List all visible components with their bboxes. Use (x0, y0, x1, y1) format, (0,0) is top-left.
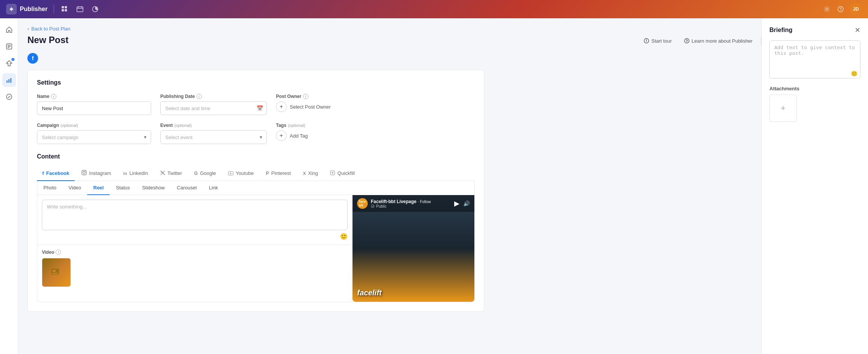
tab-carousel[interactable]: Carousel (171, 181, 203, 195)
platform-content-wrap: Photo Video Reel Status Slideshow (37, 181, 475, 302)
youtube-tab-icon (228, 170, 233, 176)
video-thumbnail[interactable] (42, 258, 71, 287)
svg-rect-2 (62, 9, 64, 11)
xing-tab-icon: X (303, 171, 306, 176)
campaign-select-wrapper: Select campaign ▼ (37, 130, 151, 144)
editor-textbox-footer: 🙂 (42, 233, 348, 240)
name-input[interactable] (37, 101, 151, 115)
xing-tab-label: Xing (308, 170, 318, 176)
photo-tab-label: Photo (43, 185, 56, 191)
video-thumb-inner (42, 258, 70, 287)
tags-add[interactable]: + Add Tag (276, 130, 475, 141)
sidebar-item-tasks[interactable] (2, 90, 16, 104)
calendar-picker-icon[interactable]: 📅 (257, 105, 263, 111)
facebook-network-icon[interactable]: f (27, 53, 38, 64)
editor-area: 🙂 Video i (37, 195, 353, 302)
svg-rect-4 (77, 7, 83, 12)
content-text-input[interactable] (42, 200, 348, 230)
tab-status[interactable]: Status (110, 181, 136, 195)
svg-rect-1 (65, 6, 67, 8)
content-section: Content f Facebook Instagram in LinkedIn (37, 153, 475, 302)
google-tab-icon: G (194, 171, 198, 176)
top-navigation: Publisher (0, 0, 868, 18)
slideshow-tab-label: Slideshow (142, 185, 164, 191)
app-logo[interactable]: Publisher (6, 4, 48, 14)
tab-photo[interactable]: Photo (37, 181, 62, 195)
settings-icon[interactable] (822, 5, 831, 14)
svg-rect-17 (8, 79, 10, 83)
emoji-picker-icon[interactable]: 🙂 (340, 233, 348, 240)
preview-play-icon[interactable]: ▶ (454, 199, 460, 208)
campaign-group: Campaign (optional) Select campaign ▼ (37, 123, 151, 144)
tab-linkedin[interactable]: in LinkedIn (118, 166, 153, 181)
user-avatar[interactable]: JD (850, 3, 862, 15)
sidebar-item-publish[interactable] (2, 56, 16, 70)
post-owner-add[interactable]: + Select Post Owner (276, 101, 475, 112)
sidebar-item-content[interactable] (2, 40, 16, 53)
tab-instagram[interactable]: Instagram (76, 166, 116, 181)
preview-header: facelift Facelift-bbt Livepage · Follow … (353, 195, 474, 212)
tab-reel[interactable]: Reel (87, 181, 110, 195)
learn-more-button[interactable]: Learn more about Publisher (680, 36, 756, 46)
start-tour-label: Start tour (651, 38, 672, 44)
left-sidebar (0, 18, 18, 354)
briefing-emoji-icon[interactable]: 🙂 (851, 70, 857, 77)
svg-point-30 (85, 171, 86, 172)
grid-icon[interactable] (60, 5, 69, 14)
tab-google[interactable]: G Google (189, 166, 221, 181)
tab-video[interactable]: Video (62, 181, 87, 195)
attachment-add-button[interactable]: + (769, 95, 797, 122)
tab-link[interactable]: Link (203, 181, 224, 195)
video-label: Video i (42, 250, 348, 255)
event-select[interactable]: Select event (160, 130, 267, 144)
tags-label: Tags (optional) (276, 123, 475, 128)
preview-volume-icon[interactable]: 🔊 (463, 200, 470, 207)
sidebar-item-home[interactable] (2, 23, 16, 37)
svg-text:?: ? (839, 7, 842, 11)
svg-point-9 (826, 8, 828, 10)
start-tour-button[interactable]: Start tour (640, 36, 675, 46)
preview-watermark: facelift (357, 288, 381, 297)
tab-facebook[interactable]: f Facebook (37, 166, 75, 181)
breadcrumb-label: Back to Post Plan (31, 26, 70, 32)
link-tab-label: Link (209, 185, 218, 191)
preview-channel: facelift Facelift-bbt Livepage · Follow … (357, 198, 431, 209)
event-label: Event (optional) (160, 123, 267, 128)
breadcrumb[interactable]: ‹ Back to Post Plan (27, 26, 859, 32)
post-owner-info-icon[interactable]: i (303, 94, 308, 99)
network-bar: f (27, 53, 859, 64)
publishing-date-wrapper: 📅 (160, 101, 267, 115)
page-header: New Post Start tour Learn more about Pub… (27, 35, 859, 47)
briefing-title: Briefing (769, 27, 792, 34)
tab-twitter[interactable]: Twitter (155, 166, 187, 181)
tab-youtube[interactable]: Youtube (223, 166, 259, 181)
breadcrumb-arrow: ‹ (27, 26, 29, 32)
linkedin-tab-icon: in (123, 171, 127, 176)
post-owner-add-btn[interactable]: + (276, 101, 287, 112)
tags-add-btn[interactable]: + (276, 130, 287, 141)
publishing-date-info-icon[interactable]: i (196, 94, 202, 99)
post-owner-group: Post Owner i + Select Post Owner (276, 94, 475, 112)
video-info-icon[interactable]: i (56, 250, 61, 255)
tab-pinterest[interactable]: P Pinterest (261, 166, 296, 181)
tab-xing[interactable]: X Xing (298, 166, 323, 181)
calendar-icon[interactable] (75, 5, 85, 14)
chart-icon[interactable] (91, 5, 100, 14)
post-owner-label: Post Owner i (276, 94, 475, 99)
name-info-icon[interactable]: i (51, 94, 56, 99)
sidebar-item-analytics[interactable] (2, 73, 16, 87)
briefing-close-button[interactable]: ✕ (855, 26, 860, 34)
editor-textbox: 🙂 (37, 195, 352, 245)
logo-icon (6, 4, 17, 14)
pinterest-tab-label: Pinterest (271, 170, 291, 176)
preview-controls: ▶ 🔊 (454, 199, 470, 208)
tab-quickfill[interactable]: Quickfill (325, 166, 360, 181)
briefing-text-input[interactable] (769, 40, 860, 78)
briefing-textarea-wrap: 🙂 (769, 40, 860, 80)
publishing-date-input[interactable] (160, 101, 267, 115)
tab-slideshow[interactable]: Slideshow (136, 181, 171, 195)
campaign-select[interactable]: Select campaign (37, 130, 151, 144)
briefing-header: Briefing ✕ (769, 26, 860, 34)
instagram-tab-label: Instagram (89, 170, 111, 176)
help-icon[interactable]: ? (836, 5, 845, 14)
